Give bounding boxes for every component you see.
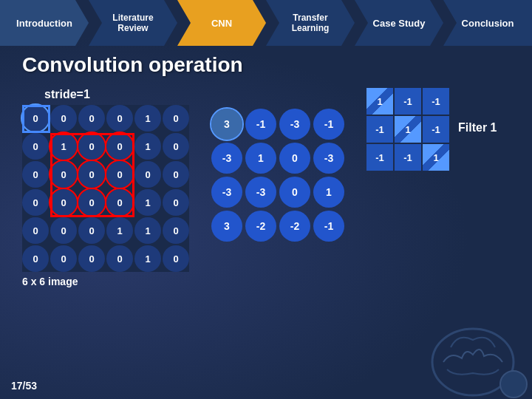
- nav-transfer-learning[interactable]: TransferLearning: [266, 0, 355, 46]
- image-cell: 1: [134, 133, 161, 160]
- image-cell: 0: [22, 161, 49, 188]
- image-grid-container: 000010010010000000000010000110000010: [22, 105, 189, 272]
- image-cell: 0: [50, 189, 77, 216]
- result-cell: -1: [245, 109, 276, 140]
- image-cell: 0: [163, 133, 189, 160]
- filter-cell: -1: [423, 116, 449, 143]
- image-cell: 0: [22, 133, 49, 160]
- image-cell: 0: [78, 189, 105, 216]
- image-cell: 0: [22, 217, 49, 244]
- image-cell: 1: [134, 245, 161, 272]
- filter-label: Filter 1: [458, 121, 497, 134]
- nav-conclusion[interactable]: Conclusion: [443, 0, 532, 46]
- result-cell: 0: [279, 177, 310, 208]
- filter-cell: 1: [395, 116, 421, 143]
- image-cell: 0: [50, 217, 77, 244]
- nav-literature-review[interactable]: LiteratureReview: [89, 0, 177, 46]
- result-cell: -3: [279, 109, 310, 140]
- result-cell: -3: [211, 143, 242, 174]
- filter-cell: -1: [395, 144, 421, 171]
- image-cell: 0: [163, 189, 189, 216]
- result-cell: -2: [279, 211, 310, 242]
- image-cell: 0: [22, 245, 49, 272]
- image-cell: 0: [78, 161, 105, 188]
- filter-cell: 1: [423, 144, 449, 171]
- filter-cell: 1: [366, 88, 393, 115]
- image-label: 6 x 6 image: [22, 276, 78, 287]
- result-cell: 1: [245, 143, 276, 174]
- nav-cnn[interactable]: CNN: [177, 0, 266, 46]
- image-grid: 000010010010000000000010000110000010: [22, 105, 189, 272]
- result-cell: -2: [245, 211, 276, 242]
- image-cell: 1: [106, 217, 133, 244]
- result-cell: -3: [313, 143, 344, 174]
- svg-point-1: [500, 371, 527, 398]
- filter-cell: -1: [366, 116, 393, 143]
- image-cell: 0: [163, 217, 189, 244]
- image-cell: 0: [22, 189, 49, 216]
- filter-cell: -1: [395, 88, 421, 115]
- result-grid: 3-1-3-1-310-3-3-3013-2-2-1: [211, 109, 344, 242]
- image-cell: 0: [106, 245, 133, 272]
- brain-decoration: [414, 310, 532, 399]
- filter-cell: -1: [366, 144, 393, 171]
- image-cell: 0: [78, 217, 105, 244]
- image-cell: 0: [106, 161, 133, 188]
- result-cell: -3: [211, 177, 242, 208]
- image-cell: 1: [134, 217, 161, 244]
- result-cell: 1: [313, 177, 344, 208]
- result-cell: -3: [245, 177, 276, 208]
- result-section: 3-1-3-1-310-3-3-3013-2-2-1: [211, 109, 344, 242]
- image-cell: 0: [163, 105, 189, 132]
- image-cell: 0: [78, 105, 105, 132]
- image-cell: 1: [134, 189, 161, 216]
- image-cell: 0: [106, 105, 133, 132]
- image-cell: 0: [163, 161, 189, 188]
- page-title: Convolution operation: [22, 53, 510, 77]
- result-cell: 3: [211, 109, 242, 140]
- result-cell: 3: [211, 211, 242, 242]
- slide-number: 17/53: [11, 380, 37, 392]
- image-cell: 0: [106, 189, 133, 216]
- main-content: Convolution operation stride=1 000010010…: [0, 46, 532, 295]
- image-cell: 0: [50, 245, 77, 272]
- nav-introduction[interactable]: Introduction: [0, 0, 89, 46]
- nav-case-study[interactable]: Case Study: [355, 0, 443, 46]
- result-cell: -1: [313, 109, 344, 140]
- filter-cell: -1: [423, 88, 449, 115]
- image-cell: 1: [50, 133, 77, 160]
- image-cell: 1: [134, 105, 161, 132]
- image-cell: 0: [50, 161, 77, 188]
- filter-section: 1-1-1-11-1-1-11 Filter 1: [366, 88, 497, 174]
- filter-grid: 1-1-1-11-1-1-11: [366, 88, 449, 171]
- image-cell: 0: [78, 133, 105, 160]
- result-cell: -1: [313, 211, 344, 242]
- image-section: stride=1 0000100100100000000000100001100…: [22, 88, 189, 287]
- image-cell: 0: [50, 105, 77, 132]
- stride-label: stride=1: [44, 88, 90, 101]
- image-cell: 0: [106, 133, 133, 160]
- image-cell: 0: [134, 161, 161, 188]
- image-cell: 0: [78, 245, 105, 272]
- navigation-bar: Introduction LiteratureReview CNN Transf…: [0, 0, 532, 46]
- image-cell: 0: [22, 105, 49, 132]
- image-cell: 0: [163, 245, 189, 272]
- result-cell: 0: [279, 143, 310, 174]
